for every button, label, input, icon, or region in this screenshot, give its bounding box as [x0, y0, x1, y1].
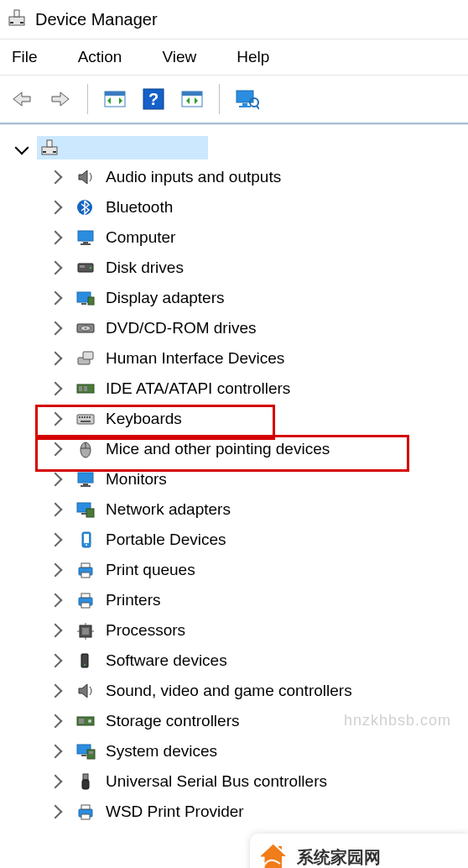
menubar: File Action View Help [0, 39, 468, 76]
expander-icon[interactable] [49, 654, 63, 668]
expander-icon[interactable] [49, 473, 63, 487]
expander-icon[interactable] [49, 170, 63, 185]
software-icon [74, 651, 97, 671]
svg-point-72 [88, 719, 91, 723]
tree-category-storage[interactable]: Storage controllers [3, 706, 465, 736]
expander-icon[interactable] [49, 684, 63, 698]
tree-category-network[interactable]: Network adapters [3, 494, 465, 525]
expander-icon[interactable] [49, 291, 63, 306]
window-title: Device Manager [35, 10, 158, 29]
menu-view[interactable]: View [159, 44, 200, 70]
expander-icon[interactable] [49, 775, 63, 789]
hid-icon [74, 348, 97, 369]
tree-category-printq[interactable]: Print queues [3, 555, 465, 585]
house-icon [258, 842, 289, 868]
menu-action[interactable]: Action [75, 44, 126, 70]
svg-rect-38 [79, 416, 81, 418]
expander-icon[interactable] [49, 231, 63, 245]
expander-icon[interactable] [15, 141, 29, 155]
monitor-icon [74, 227, 97, 248]
expander-icon[interactable] [49, 805, 63, 819]
expander-icon[interactable] [49, 442, 63, 457]
category-label: Printers [106, 591, 160, 609]
svg-point-69 [84, 664, 86, 666]
tree-category-dvd[interactable]: DVD/CD-ROM drives [3, 313, 465, 343]
svg-rect-41 [86, 416, 88, 418]
svg-rect-9 [182, 92, 202, 96]
tree-category-audio[interactable]: Audio inputs and outputs [3, 162, 465, 192]
show-hide-tree-button[interactable] [98, 82, 132, 116]
tree-category-monitors[interactable]: Monitors [3, 464, 465, 494]
printer-icon [74, 560, 97, 580]
expander-icon[interactable] [49, 352, 63, 366]
category-label: Print queues [106, 561, 195, 579]
svg-rect-42 [89, 416, 91, 418]
expander-icon[interactable] [49, 593, 63, 608]
svg-line-14 [257, 106, 259, 109]
usb-icon [74, 771, 97, 792]
tree-category-proc[interactable]: Processors [3, 615, 465, 646]
categories-list: Audio inputs and outputsBluetoothCompute… [3, 162, 465, 827]
svg-rect-78 [82, 780, 89, 789]
tree-category-wsd[interactable]: WSD Print Provider [3, 797, 465, 827]
expander-icon[interactable] [49, 201, 63, 215]
expander-icon[interactable] [49, 503, 63, 517]
tree-category-usb[interactable]: Universal Serial Bus controllers [3, 766, 465, 797]
tree-category-printers[interactable]: Printers [3, 585, 465, 615]
tree-category-computer[interactable]: Computer [3, 222, 465, 253]
show-hide-action-button[interactable] [175, 82, 209, 116]
footer-badge: 系统家园网 [250, 834, 468, 868]
tree-category-bluetooth[interactable]: Bluetooth [3, 192, 465, 222]
svg-rect-12 [239, 106, 251, 107]
bluetooth-icon [74, 197, 97, 217]
tree-category-sound[interactable]: Sound, video and game controllers [3, 676, 465, 706]
help-button[interactable]: ? [137, 82, 170, 116]
tree-category-system[interactable]: System devices [3, 736, 465, 766]
expander-icon[interactable] [49, 412, 63, 426]
computer-icon [40, 139, 59, 157]
expander-icon[interactable] [49, 261, 63, 275]
svg-rect-24 [80, 265, 85, 268]
tree-category-portable[interactable]: Portable Devices [3, 525, 465, 555]
svg-rect-35 [79, 386, 82, 391]
category-label: Network adapters [106, 500, 231, 519]
tree-root[interactable] [3, 133, 465, 162]
expander-icon[interactable] [49, 533, 63, 547]
svg-rect-80 [81, 805, 90, 809]
tree-category-hid[interactable]: Human Interface Devices [3, 343, 465, 374]
tree-category-display[interactable]: Display adapters [3, 283, 465, 313]
expander-icon[interactable] [49, 714, 63, 729]
svg-rect-3 [20, 22, 23, 24]
forward-button[interactable] [44, 82, 77, 116]
category-label: Bluetooth [106, 198, 173, 217]
menu-file[interactable]: File [8, 44, 41, 70]
svg-rect-60 [81, 593, 90, 598]
tree-category-disk[interactable]: Disk drives [3, 253, 465, 283]
tree-category-software[interactable]: Software devices [3, 646, 465, 676]
svg-point-55 [86, 544, 87, 546]
expander-icon[interactable] [49, 624, 63, 638]
monitor-icon [74, 469, 97, 489]
svg-point-31 [85, 327, 86, 329]
expander-icon[interactable] [49, 322, 63, 336]
expander-icon[interactable] [49, 563, 63, 578]
titlebar: Device Manager [0, 0, 468, 39]
footer-text: 系统家园网 [297, 846, 381, 869]
tree-category-mice[interactable]: Mice and other pointing devices [3, 434, 465, 464]
menu-help[interactable]: Help [233, 44, 273, 70]
svg-rect-17 [43, 151, 46, 153]
category-label: Portable Devices [106, 531, 226, 549]
ide-icon [74, 379, 97, 399]
tree-category-keyboard[interactable]: Keyboards [3, 404, 465, 434]
display-adapter-icon [74, 288, 97, 308]
tree-category-ide[interactable]: IDE ATA/ATAPI controllers [3, 374, 465, 404]
svg-rect-40 [84, 416, 86, 418]
storage-controller-icon [74, 711, 97, 731]
printer-icon [74, 590, 97, 610]
svg-rect-71 [79, 719, 84, 724]
expander-icon[interactable] [49, 382, 63, 396]
back-button[interactable] [5, 82, 39, 116]
root-selection[interactable] [37, 136, 208, 159]
expander-icon[interactable] [49, 745, 63, 759]
scan-button[interactable] [230, 82, 263, 116]
